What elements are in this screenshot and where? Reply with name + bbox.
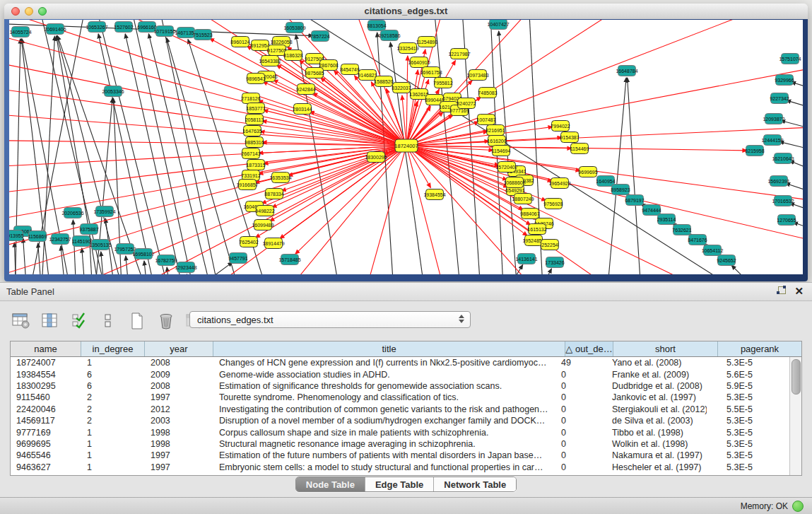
network-node[interactable]: 16543382 <box>259 56 281 66</box>
network-node[interactable]: 1647635 <box>242 126 261 136</box>
network-node[interactable]: 9699695 <box>578 167 597 177</box>
network-node[interactable]: 16640910 <box>408 57 430 68</box>
network-node[interactable]: 9375887 <box>79 224 98 235</box>
column-edit-icon[interactable] <box>40 312 60 330</box>
network-node[interactable]: 9896543 <box>246 74 265 84</box>
network-node[interactable]: 9885316 <box>245 137 264 148</box>
network-node[interactable]: 8454749 <box>340 64 359 75</box>
network-node[interactable]: 14136141 <box>515 254 537 264</box>
network-node[interactable]: 15751074 <box>779 54 801 64</box>
network-node[interactable]: 20053346 <box>102 86 124 97</box>
network-node[interactable]: 9245652 <box>717 255 736 266</box>
table-panel-titlebar[interactable]: Table Panel ✕ <box>0 282 812 301</box>
network-node[interactable]: 17016532 <box>772 196 794 206</box>
network-node[interactable]: 16353534 <box>269 173 291 183</box>
network-node[interactable]: 16648784 <box>616 66 637 76</box>
new-file-icon[interactable] <box>127 312 147 330</box>
tab-node-table[interactable]: Node Table <box>296 477 365 491</box>
network-node[interactable]: 9884067 <box>520 209 539 219</box>
delete-icon[interactable] <box>156 312 176 330</box>
network-node[interactable]: 1616200 <box>487 136 506 146</box>
table-scrollbar[interactable] <box>789 357 801 475</box>
network-node[interactable]: 3913955 <box>9 230 24 241</box>
network-node[interactable]: 19384554 <box>423 189 445 200</box>
column-header-title[interactable]: title <box>213 341 565 356</box>
network-node[interactable]: 2058113 <box>245 115 264 125</box>
network-node[interactable]: 14055724 <box>9 27 31 37</box>
network-node[interactable]: 1007487 <box>476 115 495 125</box>
network-node[interactable]: 7857224 <box>310 31 329 42</box>
network-node[interactable]: 12923448 <box>175 262 196 273</box>
table-options-icon[interactable] <box>11 312 31 330</box>
network-node[interactable]: 8186328 <box>283 50 302 61</box>
network-node[interactable]: 252254 <box>541 240 559 250</box>
network-node[interactable]: 10688609 <box>503 177 525 188</box>
network-node[interactable]: 2935114 <box>657 214 676 225</box>
network-node[interactable]: 1853771 <box>246 103 265 114</box>
tab-edge-table[interactable]: Edge Table <box>365 477 434 491</box>
network-node[interactable]: 18914479 <box>262 238 284 249</box>
select-rows-icon[interactable] <box>69 312 89 330</box>
network-node[interactable]: 6879197 <box>625 195 644 206</box>
column-header-pagerank[interactable]: pagerank <box>718 341 801 356</box>
network-node[interactable]: 9242844 <box>296 84 315 95</box>
network-node[interactable]: 8471676 <box>688 235 707 245</box>
network-node[interactable]: 9756928 <box>543 199 563 209</box>
network-node[interactable]: 12444158 <box>761 135 783 146</box>
network-node[interactable]: 11254893 <box>416 37 438 47</box>
network-node[interactable]: 15718485 <box>278 255 300 265</box>
network-node[interactable]: 18300295 <box>365 152 387 163</box>
network-node[interactable]: 10719155 <box>153 26 175 37</box>
network-node[interactable]: 9875685 <box>305 68 324 78</box>
network-node[interactable]: 1270655 <box>777 215 796 226</box>
network-node[interactable]: 8813054 <box>367 21 386 31</box>
network-node[interactable]: 1733426 <box>545 257 564 268</box>
network-node[interactable]: 17359924 <box>93 206 115 217</box>
network-node[interactable]: 2803144 <box>293 104 312 115</box>
network-node[interactable]: 1527602 <box>114 22 133 33</box>
network-node[interactable]: 7515523 <box>193 30 212 40</box>
network-node[interactable]: 19654923 <box>548 178 570 189</box>
network-node[interactable]: 9498222 <box>255 206 274 216</box>
network-node[interactable]: 20691406 <box>44 24 66 35</box>
network-node[interactable]: 10973483 <box>466 70 488 81</box>
column-header-name[interactable]: name <box>11 341 81 356</box>
network-node[interactable]: 8878334 <box>264 189 283 199</box>
network-node[interactable]: 16958107 <box>132 249 154 259</box>
network-node[interactable]: 16782759 <box>155 255 177 266</box>
network-node[interactable]: 15720407 <box>495 162 517 173</box>
network-node[interactable]: 12093872 <box>763 114 784 124</box>
close-panel-icon[interactable]: ✕ <box>794 286 804 296</box>
network-node[interactable]: 13325419 <box>396 43 418 54</box>
network-node[interactable]: 9457791 <box>228 253 247 264</box>
network-node[interactable]: 16099489 <box>252 220 273 230</box>
network-canvas-area[interactable]: 1405572420691406106532671527602696616010… <box>9 20 803 274</box>
network-node[interactable]: 9154387 <box>560 132 579 143</box>
column-header-short[interactable]: short <box>613 341 718 356</box>
table-row[interactable]: 946554611997Estimation of the future num… <box>11 450 790 461</box>
scrollbar-thumb[interactable] <box>792 359 801 395</box>
column-header-in_degree[interactable]: in_degree <box>81 341 145 356</box>
network-node[interactable]: 8960124 <box>230 37 249 47</box>
network-node[interactable]: 1154694 <box>492 146 511 156</box>
network-node[interactable]: 13505135 <box>89 240 111 250</box>
network-node[interactable]: 20206536 <box>61 208 83 218</box>
table-selector[interactable]: citations_edges.txt <box>189 311 471 328</box>
network-node[interactable]: 7485083 <box>478 88 497 98</box>
network-node[interactable]: 12342757 <box>49 234 71 245</box>
network-node[interactable]: 2718126 <box>241 93 260 104</box>
network-node[interactable]: 1154469 <box>570 144 589 154</box>
network-node[interactable]: 1145190 <box>72 236 91 247</box>
network-node[interactable]: 8216951 <box>486 125 505 136</box>
network-node[interactable]: 8215958 <box>745 146 764 156</box>
row-height-icon[interactable] <box>98 312 118 330</box>
network-node[interactable]: 1588520 <box>374 76 393 87</box>
table-row[interactable]: 969969511998Structural magnetic resonanc… <box>11 438 790 450</box>
network-node[interactable]: 18724007 <box>394 139 418 152</box>
network-node[interactable]: 15692391 <box>767 176 789 187</box>
table-row[interactable]: 1456911722003Disruption of a novel membe… <box>11 415 790 426</box>
table-row[interactable]: 2242004622012Investigating the contribut… <box>11 404 790 415</box>
network-node[interactable]: 7625402 <box>239 237 258 247</box>
window-titlebar[interactable]: citations_edges.txt <box>4 4 808 20</box>
network-node[interactable]: 7994022 <box>551 121 570 132</box>
